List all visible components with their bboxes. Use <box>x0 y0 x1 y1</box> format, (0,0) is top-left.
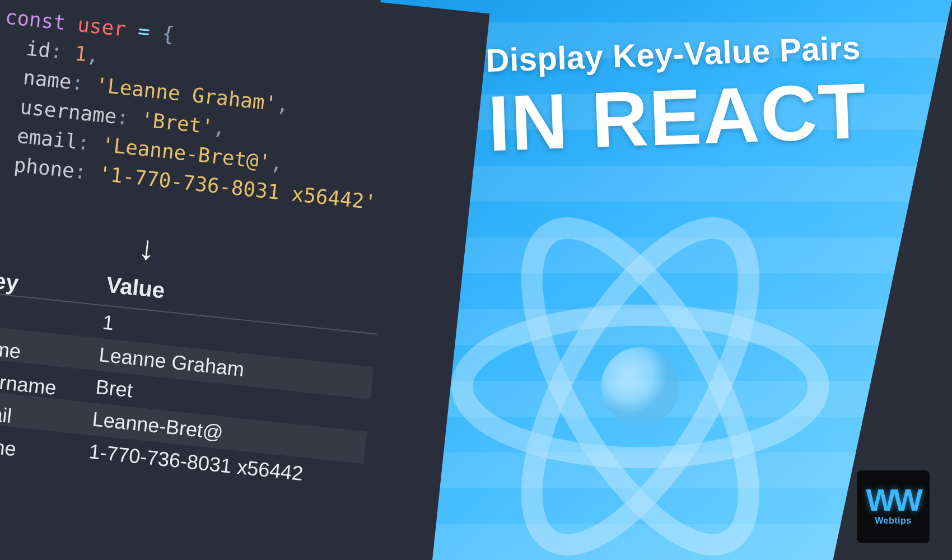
code-assign: = <box>137 19 151 43</box>
badge-label: Webtips <box>875 516 911 526</box>
heading-block: Display Key-Value Pairs IN REACT <box>485 26 948 163</box>
code-panel: const user = { id: 1, name: 'Leanne Grah… <box>0 0 490 560</box>
react-logo-icon <box>444 190 836 560</box>
badge-logo: WW <box>866 488 921 513</box>
code-value: 'Bret' <box>139 108 214 138</box>
webtips-badge: WW Webtips <box>857 470 930 543</box>
title-big: IN REACT <box>487 69 948 164</box>
code-prop: phone <box>13 153 76 182</box>
code-prop: email <box>16 124 78 153</box>
code-snippet: const user = { id: 1, name: 'Leanne Grah… <box>0 2 463 254</box>
tutorial-banner: Display Key-Value Pairs IN REACT const u… <box>0 0 952 560</box>
kv-table: Key Value id 1 name Leanne Graham userna… <box>0 255 381 496</box>
code-open-brace: { <box>161 22 175 46</box>
cell-key: phone <box>0 432 90 469</box>
code-prop: username <box>19 95 118 128</box>
code-prop: name <box>22 66 73 94</box>
code-prop: id <box>25 37 52 62</box>
code-var: user <box>76 13 127 41</box>
svg-point-3 <box>601 347 679 426</box>
code-keyword: const <box>4 5 67 34</box>
